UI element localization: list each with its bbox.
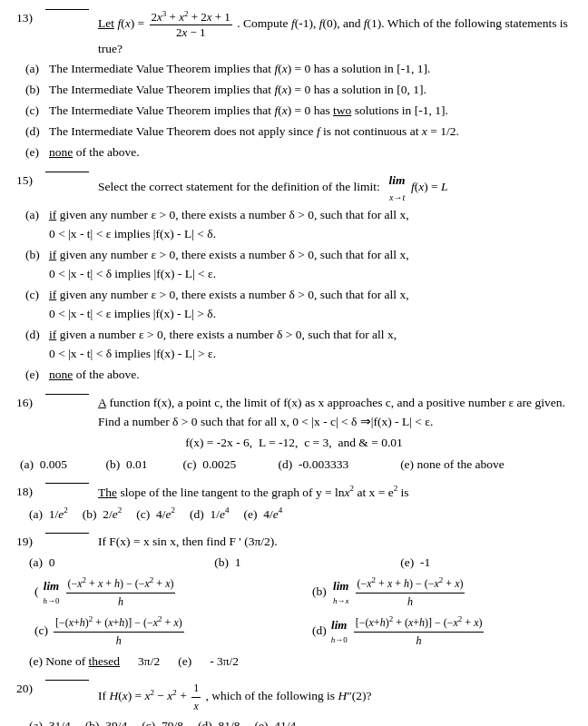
q13-blank	[45, 9, 89, 10]
q19-limit-grid: ( lim h→0 (−x2 + x + h) − (−x2 + x) h (b…	[16, 574, 572, 649]
q20-frac-inline: 1 x	[191, 680, 201, 714]
question-13: 13) Let f(x) = 2x3 + x2 + 2x + 1 2x − 1 …	[16, 9, 572, 162]
q15-opt-b: (b) if given any number ε > 0, there exi…	[25, 246, 572, 284]
q18-line: 18) The slope of the line tangent to the…	[16, 483, 572, 502]
q19-number: 19)	[16, 533, 42, 552]
q18-opt-c: (c) 4/e2	[136, 505, 175, 524]
q15-line: 15) Select the correct statement for the…	[16, 172, 572, 204]
q13-opt-a: (a) The Intermediate Value Theorem impli…	[25, 60, 572, 79]
q20-opt-b: (b) 39/4	[85, 717, 128, 726]
q13-line: 13) Let f(x) = 2x3 + x2 + 2x + 1 2x − 1 …	[16, 9, 572, 58]
q20-opt-e: (e) 41/4	[254, 717, 296, 726]
q20-opt-c: (c) 79/8	[142, 717, 183, 726]
q20-options: (a) 31/4 (b) 39/4 (c) 79/8 (d) 81/8 (e) …	[16, 717, 572, 726]
q19-frac-b: (−x2 + x + h) − (−x2 + x) h	[356, 574, 466, 610]
q19-paren-open: (	[34, 583, 39, 602]
q19-top-opts: (a) 0 (b) 1 (e) -1	[16, 554, 572, 573]
q19-d-label: (d)	[312, 622, 327, 641]
q18-blank	[45, 483, 89, 484]
q15-opt-e: (e) none of the above.	[25, 366, 572, 385]
q15-number: 15)	[16, 172, 42, 191]
q18-opt-d: (d) 1/e4	[190, 505, 230, 524]
q19-lim-h0-d: lim h→0	[331, 616, 348, 647]
q13-text: Let f(x) = 2x3 + x2 + 2x + 1 2x − 1 . Co…	[98, 9, 572, 58]
q19-lim-x-b: lim h→x	[333, 577, 349, 608]
q15-blank	[45, 172, 89, 172]
q18-opt-b: (b) 2/e2	[83, 505, 122, 524]
q15-text: Select the correct statement for the def…	[98, 172, 572, 204]
q18-opt-e: (e) 4/e4	[243, 505, 282, 524]
q15-options: (a) if given any number ε > 0, there exi…	[16, 206, 572, 384]
q16-opt-a: (a) 0.005	[16, 456, 102, 475]
q20-blank	[45, 680, 89, 681]
q16-number: 16)	[16, 394, 42, 413]
question-15: 15) Select the correct statement for the…	[16, 172, 572, 385]
q19-opt-e2: (e)	[178, 652, 191, 672]
q13-number: 13)	[16, 9, 42, 28]
q20-text: If H(x) = x2 − x2 + 1 x , which of the f…	[98, 680, 572, 714]
q19-cell-c: (c) [−(x+h)2 + (x+h)] − (−x2 + x) h	[34, 613, 294, 649]
q13-opt-d: (d) The Intermediate Value Theorem does …	[25, 123, 572, 142]
q19-opt-e-thesed: (e) None of thesed	[29, 652, 120, 672]
q18-opt-a: (a) 1/e2	[29, 505, 68, 524]
q18-options: (a) 1/e2 (b) 2/e2 (c) 4/e2 (d) 1/e4 (e) …	[16, 505, 572, 524]
q18-number: 18)	[16, 483, 42, 502]
q16-opt-d: (d) -0.003333	[275, 456, 397, 475]
q16-opt-b: (b) 0.01	[102, 456, 179, 475]
q19-lim-h0-a: lim h→0	[44, 577, 60, 608]
q19-c-label: (c)	[34, 622, 48, 641]
q18-text: The slope of the line tangent to the gra…	[98, 483, 572, 502]
q13-opt-e: (e) none of the above.	[25, 143, 572, 162]
q16-opt-e: (e) none of the above	[397, 456, 572, 475]
q13-opt-c: (c) The Intermediate Value Theorem impli…	[25, 102, 572, 121]
q16-options-row: (a) 0.005 (b) 0.01 (c) 0.0025 (d) -0.003…	[16, 456, 572, 475]
question-18: 18) The slope of the line tangent to the…	[16, 483, 572, 524]
q13-fraction: 2x3 + x2 + 2x + 1 2x − 1	[150, 9, 232, 40]
question-20: 20) If H(x) = x2 − x2 + 1 x , which of t…	[16, 680, 572, 726]
q19-blank	[45, 533, 89, 534]
q19-opt-e-neg1: (e) -1	[400, 554, 430, 573]
q20-line: 20) If H(x) = x2 − x2 + 1 x , which of t…	[16, 680, 572, 714]
q16-text: A function f(x), a point c, the limit of…	[98, 394, 572, 432]
q20-number: 20)	[16, 680, 42, 699]
q19-cell-b: (b) lim h→x (−x2 + x + h) − (−x2 + x) h	[312, 574, 572, 610]
q19-frac-d: [−(x+h)2 + (x+h)] − (−x2 + x) h	[354, 613, 485, 649]
q19-opt-3pi2: 3π/2	[138, 652, 160, 672]
q19-line: 19) If F(x) = x sin x, then find F ' (3π…	[16, 533, 572, 552]
question-16: 16) A function f(x), a point c, the limi…	[16, 394, 572, 475]
q19-opt-neg3pi2: - 3π/2	[210, 652, 239, 672]
q20-opt-a: (a) 31/4	[29, 717, 71, 726]
q19-b-label: (b)	[312, 583, 328, 602]
q16-options-table: (a) 0.005 (b) 0.01 (c) 0.0025 (d) -0.003…	[16, 456, 572, 475]
q16-blank	[45, 394, 89, 395]
q16-line: 16) A function f(x), a point c, the limi…	[16, 394, 572, 432]
question-19: 19) If F(x) = x sin x, then find F ' (3π…	[16, 533, 572, 671]
q19-text: If F(x) = x sin x, then find F ' (3π/2).	[98, 533, 572, 552]
q15-limit-notation: lim x→t	[389, 172, 406, 204]
q19-opt-b: (b) 1	[214, 554, 240, 573]
q13-opt-b: (b) The Intermediate Value Theorem impli…	[25, 81, 572, 100]
q16-opt-c: (c) 0.0025	[180, 456, 275, 475]
q13-options: (a) The Intermediate Value Theorem impli…	[16, 60, 572, 162]
q19-frac-a: (−x2 + x + h) − (−x2 + x) h	[66, 574, 176, 610]
q19-bottom-opts: (e) None of thesed 3π/2 (e) - 3π/2	[16, 652, 572, 672]
q16-formula: f(x) = -2x - 6, L = -12, c = 3, and & = …	[16, 434, 572, 453]
q19-cell-paren-lim: ( lim h→0 (−x2 + x + h) − (−x2 + x) h	[34, 574, 294, 610]
q15-opt-d: (d) if given a number ε > 0, there exist…	[25, 326, 572, 364]
q20-opt-d: (d) 81/8	[198, 717, 240, 726]
q19-frac-c: [−(x+h)2 + (x+h)] − (−x2 + x) h	[54, 613, 184, 649]
q15-opt-c: (c) if given any number ε > 0, there exi…	[25, 286, 572, 324]
q19-cell-d: (d) lim h→0 [−(x+h)2 + (x+h)] − (−x2 + x…	[312, 613, 572, 649]
q15-opt-a: (a) if given any number ε > 0, there exi…	[25, 206, 572, 244]
q19-opt-a: (a) 0	[29, 554, 54, 573]
